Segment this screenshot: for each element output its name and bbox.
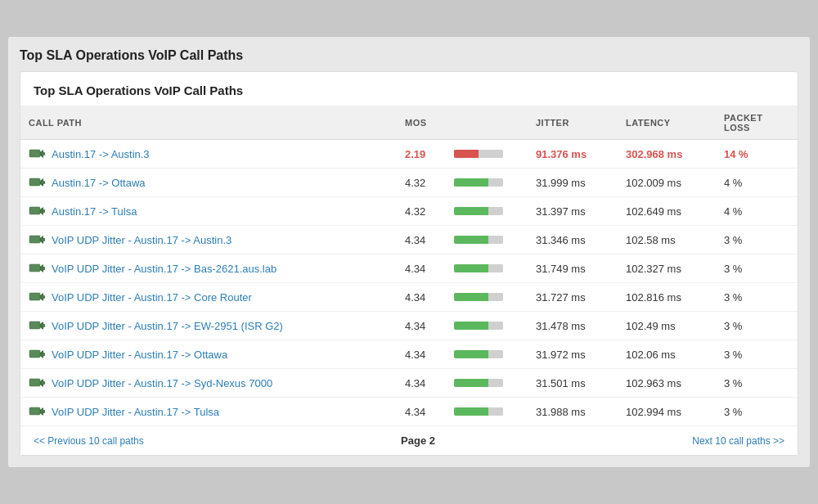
cell-packet-loss: 3 % [716,254,798,283]
cell-mos: 4.34 [397,254,446,283]
cell-bar [446,169,528,197]
cell-jitter: 31.397 ms [528,197,618,226]
cell-packet-loss: 3 % [716,226,798,254]
col-packet-loss: PACKET LOSS [716,106,798,140]
call-path-link[interactable]: VoIP UDP Jitter - Austin.17 -> EW-2951 (… [52,320,283,332]
svg-rect-11 [41,238,45,241]
cell-latency: 102.994 ms [618,398,716,426]
call-path-link[interactable]: Austin.17 -> Ottawa [52,177,146,189]
svg-rect-18 [29,322,40,329]
cell-bar [446,197,528,226]
call-paths-table: CALL PATH MOS JITTER LATENCY PACKET LOSS… [20,106,798,425]
cell-bar [446,369,528,398]
table-header-row: CALL PATH MOS JITTER LATENCY PACKET LOSS [20,106,798,140]
cell-mos: 4.34 [397,312,446,340]
cell-bar [446,283,528,312]
svg-rect-29 [41,410,45,413]
svg-rect-27 [29,407,40,415]
cell-call-path: VoIP UDP Jitter - Austin.17 -> Tulsa [20,398,397,426]
cell-mos: 4.34 [397,369,446,398]
page-label: Page 2 [401,434,435,447]
cell-bar [446,398,528,426]
cell-jitter: 31.501 ms [528,369,618,398]
svg-rect-5 [41,181,45,184]
table-row: VoIP UDP Jitter - Austin.17 -> Ottawa 4.… [20,340,798,369]
path-icon [29,290,47,304]
inner-container: Top SLA Operations VoIP Call Paths CALL … [20,71,798,456]
inner-title: Top SLA Operations VoIP Call Paths [20,72,798,106]
cell-call-path: VoIP UDP Jitter - Austin.17 -> Bas-2621.… [20,254,397,283]
table-row: VoIP UDP Jitter - Austin.17 -> Bas-2621.… [20,254,798,283]
cell-latency: 102.06 ms [618,340,716,369]
cell-call-path: VoIP UDP Jitter - Austin.17 -> Austin.3 [20,226,397,254]
cell-mos: 4.34 [397,398,446,426]
cell-bar [446,140,528,169]
cell-latency: 102.49 ms [618,312,716,340]
cell-jitter: 31.972 ms [528,340,618,369]
svg-rect-12 [29,264,40,272]
cell-mos: 4.34 [397,340,446,369]
cell-latency: 102.58 ms [618,226,716,254]
path-icon [29,147,47,160]
table-row: Austin.17 -> Tulsa 4.32 31.397 ms102.649… [20,197,798,226]
cell-packet-loss: 14 % [716,140,798,169]
call-path-link[interactable]: Austin.17 -> Austin.3 [52,148,150,160]
call-path-link[interactable]: VoIP UDP Jitter - Austin.17 -> Ottawa [52,349,227,361]
call-path-link[interactable]: VoIP UDP Jitter - Austin.17 -> Tulsa [52,406,219,418]
cell-packet-loss: 3 % [716,283,798,312]
table-row: Austin.17 -> Ottawa 4.32 31.999 ms102.00… [20,169,798,197]
svg-rect-20 [41,324,45,327]
cell-call-path: Austin.17 -> Austin.3 [20,140,397,169]
col-mos: MOS [397,106,446,140]
col-latency: LATENCY [618,106,716,140]
cell-latency: 102.649 ms [618,197,716,226]
next-page-link[interactable]: Next 10 call paths >> [692,435,784,447]
cell-call-path: VoIP UDP Jitter - Austin.17 -> EW-2951 (… [20,312,397,340]
svg-rect-24 [29,379,40,386]
call-path-link[interactable]: Austin.17 -> Tulsa [52,205,137,218]
table-row: VoIP UDP Jitter - Austin.17 -> Syd-Nexus… [20,369,798,398]
cell-mos: 4.32 [397,169,446,197]
cell-call-path: VoIP UDP Jitter - Austin.17 -> Ottawa [20,340,397,369]
table-row: VoIP UDP Jitter - Austin.17 -> Core Rout… [20,283,798,312]
col-bar [446,106,528,140]
cell-call-path: VoIP UDP Jitter - Austin.17 -> Core Rout… [20,283,397,312]
cell-latency: 102.327 ms [618,254,716,283]
outer-container: Top SLA Operations VoIP Call Paths Top S… [8,37,810,467]
cell-latency: 102.009 ms [618,169,716,197]
svg-rect-23 [41,353,45,356]
cell-jitter: 31.727 ms [528,283,618,312]
cell-bar [446,312,528,340]
cell-jitter: 31.346 ms [528,226,618,254]
path-icon [29,319,47,332]
cell-packet-loss: 4 % [716,169,798,197]
cell-mos: 4.34 [397,283,446,312]
table-row: VoIP UDP Jitter - Austin.17 -> Tulsa 4.3… [20,398,798,426]
cell-jitter: 31.999 ms [528,169,618,197]
cell-mos: 4.34 [397,226,446,254]
svg-rect-15 [29,293,40,300]
svg-rect-2 [41,152,45,155]
col-call-path: CALL PATH [20,106,397,140]
path-icon [29,348,47,361]
cell-packet-loss: 3 % [716,312,798,340]
path-icon [29,376,47,389]
call-path-link[interactable]: VoIP UDP Jitter - Austin.17 -> Syd-Nexus… [52,377,272,389]
path-icon [29,205,47,218]
call-path-link[interactable]: VoIP UDP Jitter - Austin.17 -> Core Rout… [52,291,252,304]
cell-packet-loss: 3 % [716,398,798,426]
cell-latency: 102.816 ms [618,283,716,312]
call-path-link[interactable]: VoIP UDP Jitter - Austin.17 -> Austin.3 [52,234,231,246]
cell-jitter: 31.988 ms [528,398,618,426]
cell-call-path: Austin.17 -> Tulsa [20,197,397,226]
svg-rect-8 [41,209,45,213]
path-icon [29,262,47,275]
call-path-link[interactable]: VoIP UDP Jitter - Austin.17 -> Bas-2621.… [52,263,276,275]
cell-jitter: 91.376 ms [528,140,618,169]
prev-page-link[interactable]: << Previous 10 call paths [34,435,144,447]
cell-call-path: VoIP UDP Jitter - Austin.17 -> Syd-Nexus… [20,369,397,398]
svg-rect-6 [29,207,40,214]
table-row: Austin.17 -> Austin.3 2.19 91.376 ms302.… [20,140,798,169]
cell-jitter: 31.749 ms [528,254,618,283]
cell-packet-loss: 3 % [716,369,798,398]
